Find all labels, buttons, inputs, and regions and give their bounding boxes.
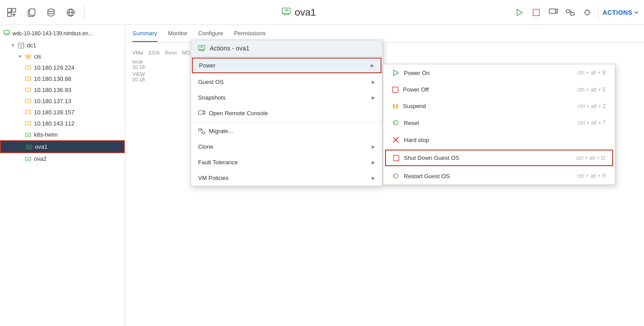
svg-rect-0: [8, 8, 11, 12]
menu-item-ft-left: Fault Tolerance: [198, 159, 238, 166]
sidebar-item-dc1[interactable]: ▼ dc1: [0, 40, 125, 51]
sidebar-item-host6[interactable]: ! 10.180.143.112: [0, 118, 125, 129]
svg-rect-11: [533, 9, 539, 16]
svg-point-5: [48, 9, 54, 12]
menu-item-vm-policies[interactable]: VM Policies ▶: [191, 170, 382, 186]
submenu-reset-left: Reset: [392, 119, 419, 126]
shutdown-shortcut: ctrl + alt + D: [576, 155, 605, 161]
nav-back-icon[interactable]: [5, 6, 18, 19]
menu-item-power[interactable]: Power ▶: [192, 58, 381, 73]
play-icon[interactable]: [513, 6, 525, 19]
remote-console-icon[interactable]: [547, 6, 559, 19]
actions-menu: Actions - ova1 Power ▶ Guest OS ▶ Snapsh…: [191, 40, 383, 186]
submenu-hard-stop-left: Hard stop: [392, 136, 429, 143]
svg-rect-12: [549, 9, 555, 13]
submenu-item-power-off[interactable]: Power Off ctrl + alt + E: [383, 81, 615, 98]
svg-rect-1: [12, 8, 16, 12]
power-arrow-icon: ▶: [371, 63, 374, 68]
ova2-label: ova2: [34, 155, 47, 162]
submenu-item-suspend[interactable]: Suspend ctrl + alt + Z: [383, 98, 615, 114]
stop-icon: [392, 87, 398, 93]
vm-menu-icon: [198, 45, 206, 52]
sidebar-host[interactable]: wdc-10-180-143-139.nimbus.en...: [0, 27, 125, 40]
vm-ova2-icon: [25, 156, 31, 162]
submenu-item-shutdown-guest-os[interactable]: Shut Down Guest OS ctrl + alt + D: [385, 150, 613, 166]
svg-rect-23: [27, 57, 29, 59]
sidebar-item-ova2[interactable]: ova2: [0, 153, 125, 164]
sidebar-item-ova1[interactable]: ova1: [0, 140, 125, 153]
svg-marker-45: [394, 70, 398, 75]
guest-os-arrow-icon: ▶: [372, 79, 375, 84]
host-icon: [4, 29, 10, 37]
vm-policies-label: VM Policies: [198, 175, 229, 181]
menu-item-fault-tolerance[interactable]: Fault Tolerance ▶: [191, 155, 382, 170]
svg-rect-46: [393, 87, 398, 92]
menu-item-clone[interactable]: Clone ▶: [191, 139, 382, 155]
submenu-item-reset[interactable]: Reset ctrl + alt + T: [383, 114, 615, 131]
warning-host-icon: !: [25, 65, 31, 71]
menu-separator-1: [191, 122, 382, 122]
chevron-down-icon: ▼: [11, 43, 15, 48]
host-10-137-13-label: 10.180.137.13: [34, 98, 71, 104]
submenu-restart-left: Restart Guest OS: [392, 172, 450, 180]
menu-item-migrate[interactable]: Migrate...: [191, 123, 382, 139]
cluster-icon: !!: [25, 54, 31, 60]
globe-icon[interactable]: [64, 6, 77, 19]
migrate-menu-icon: [198, 128, 205, 134]
svg-rect-2: [8, 13, 11, 17]
tab-summary[interactable]: Summary: [132, 25, 157, 42]
submenu-item-hard-stop[interactable]: Hard stop: [383, 131, 615, 148]
power-off-label: Power Off: [403, 86, 429, 93]
migrate-label: Migrate...: [209, 128, 233, 134]
stop-icon[interactable]: [530, 6, 542, 19]
sidebar-item-cls[interactable]: ▼ !! cls: [0, 51, 125, 62]
submenu-item-restart-guest-os[interactable]: Restart Guest OS ctrl + alt + R: [383, 167, 615, 184]
sidebar: wdc-10-180-143-139.nimbus.en... ▼ dc1 ▼ …: [0, 25, 125, 326]
migrate-icon[interactable]: [564, 6, 576, 19]
db-icon[interactable]: [45, 6, 57, 19]
svg-point-15: [585, 10, 589, 15]
host-label: wdc-10-180-143-139.nimbus.en...: [13, 30, 93, 37]
svg-rect-4: [30, 9, 35, 15]
svg-rect-39: [26, 145, 32, 149]
tab-monitor[interactable]: Monitor: [168, 25, 187, 42]
menu-item-open-remote-console[interactable]: Open Remote Console: [191, 105, 382, 121]
svg-rect-40: [25, 157, 31, 161]
svg-rect-38: [25, 133, 31, 137]
snapshot-icon[interactable]: [581, 6, 593, 19]
svg-text:!: !: [26, 55, 26, 57]
warning-host-icon5: !: [25, 109, 31, 116]
snapshots-label: Snapshots: [198, 94, 225, 101]
reset-icon: [392, 119, 399, 126]
sidebar-item-host2[interactable]: ! 10.180.130.88: [0, 73, 125, 84]
menu-item-guest-os[interactable]: Guest OS ▶: [191, 74, 382, 90]
copy-icon[interactable]: [25, 6, 38, 19]
warning-host-icon2: !: [25, 76, 31, 82]
submenu-item-power-on[interactable]: Power On ctrl + alt + B: [383, 64, 615, 81]
menu-item-guest-os-left: Guest OS: [198, 79, 224, 85]
cls-label: cls: [34, 53, 41, 60]
warning-host-icon6: !: [25, 121, 31, 127]
dc1-label: dc1: [27, 42, 36, 49]
remote-console-menu-icon: [198, 110, 205, 117]
power-submenu: Power On ctrl + alt + B Power Off ctrl +…: [383, 64, 615, 185]
play-icon: [392, 69, 399, 76]
suspend-label: Suspend: [403, 103, 426, 109]
sidebar-item-host1[interactable]: ! 10.180.129.224: [0, 62, 125, 73]
vm-icon: [281, 6, 291, 18]
sidebar-item-host3[interactable]: ! 10.180.136.93: [0, 84, 125, 96]
menu-item-snapshots[interactable]: Snapshots ▶: [191, 90, 382, 105]
sidebar-item-host4[interactable]: ! 10.180.137.13: [0, 96, 125, 107]
svg-rect-44: [202, 132, 205, 134]
menu-item-power-left: Power: [199, 62, 216, 69]
actions-dropdown-button[interactable]: ACTIONS: [603, 9, 639, 16]
hard-stop-icon: [392, 136, 399, 143]
chevron-down-icon: ▼: [18, 54, 22, 59]
sidebar-item-k8s-helm[interactable]: k8s-helm: [0, 129, 125, 140]
guest-os-label: Guest OS: [198, 79, 224, 85]
power-menu-label: Power: [199, 62, 216, 69]
pause-icon: [392, 103, 398, 109]
restart-guest-os-label: Restart Guest OS: [404, 173, 450, 180]
power-off-shortcut: ctrl + alt + E: [577, 87, 606, 93]
sidebar-item-host5[interactable]: ! 10.180.139.157: [0, 107, 125, 118]
